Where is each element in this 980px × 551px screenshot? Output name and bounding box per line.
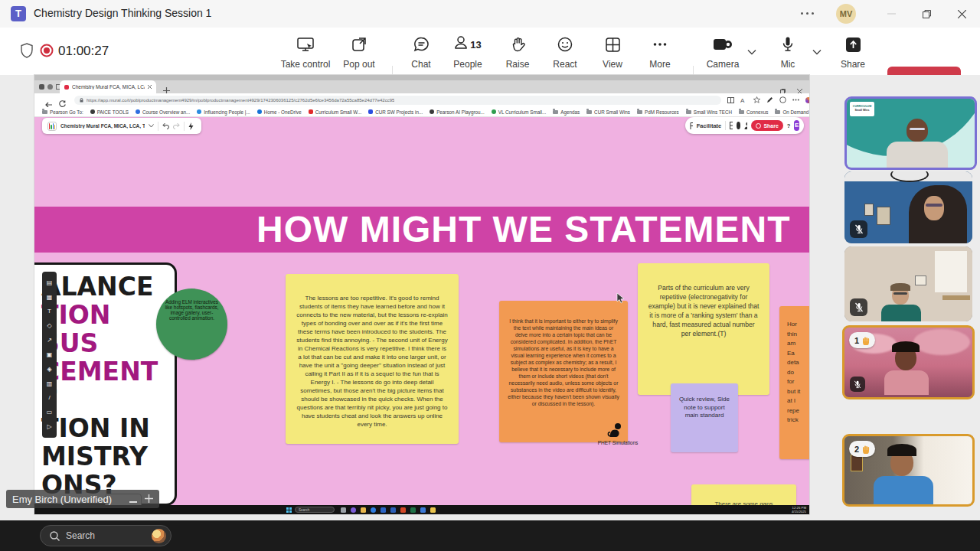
chevron-down-icon — [149, 124, 154, 128]
bookmark-item[interactable]: On Demand Courses — [775, 109, 809, 115]
raise-button[interactable]: Raise — [492, 34, 543, 70]
apps-grid-icon[interactable] — [730, 122, 733, 129]
react-button[interactable]: React — [540, 34, 590, 70]
grow-icon[interactable] — [145, 494, 153, 505]
shared-explorer-icon[interactable] — [361, 507, 366, 513]
browser-more-icon[interactable] — [792, 99, 799, 101]
video-tile[interactable] — [844, 171, 972, 243]
shared-edge-icon[interactable] — [371, 507, 376, 513]
sticky-note-yellow-lessons[interactable]: The lessons are too repetitive. It's goo… — [286, 274, 459, 444]
redo-icon[interactable] — [173, 122, 180, 129]
sticky-note-yellow-curriculum[interactable]: Parts of the curriculum are very repetit… — [638, 263, 769, 395]
quick-actions-icon[interactable] — [188, 122, 194, 130]
window-more-icon[interactable] — [801, 12, 814, 15]
facilitate-icon[interactable] — [690, 122, 693, 129]
shared-excel-icon[interactable] — [410, 507, 416, 513]
avatar[interactable]: MV — [836, 4, 856, 24]
read-aloud-icon[interactable]: A — [740, 97, 747, 103]
shared-taskview-icon[interactable] — [341, 507, 346, 513]
bookmark-item[interactable]: Pearson AI Playgrou... — [430, 109, 485, 115]
shared-powerpoint-icon[interactable] — [400, 507, 406, 513]
draw-icon[interactable]: / — [48, 394, 50, 401]
undo-icon[interactable] — [162, 122, 169, 129]
people-button[interactable]: 13 People — [443, 34, 493, 70]
timer-icon[interactable] — [737, 122, 740, 129]
templates-icon[interactable]: ▤ — [47, 279, 53, 286]
video-tile-hand-raised[interactable]: 2 — [842, 434, 975, 507]
shared-word-icon[interactable] — [390, 507, 396, 513]
area-icon[interactable]: ▭ — [47, 409, 53, 416]
tab-close-icon[interactable] — [148, 85, 152, 89]
text-tool-icon[interactable]: T — [47, 308, 51, 315]
view-button[interactable]: View — [587, 34, 638, 70]
media-icon[interactable]: ▷ — [47, 423, 51, 430]
shrink-icon[interactable] — [129, 494, 137, 505]
camera-chevron-icon[interactable] — [747, 44, 756, 58]
shared-copilot-icon[interactable] — [351, 507, 356, 513]
browser-profile-icon[interactable] — [39, 84, 44, 90]
bookmark-item[interactable]: Pearson Go To: — [42, 109, 83, 115]
taskbar-search[interactable]: Search — [40, 525, 172, 546]
sticky-note-orange-clipped[interactable]: Hor thin am Ea deta do for but it at l r… — [779, 306, 809, 459]
bookmark-item[interactable]: PAICE TOOLS — [90, 109, 129, 115]
pop-out-button[interactable]: Pop out — [334, 34, 384, 70]
help-button[interactable]: ? — [787, 122, 791, 129]
mural-board-menu[interactable]: Chemistry Mural FCA, MICA, LCA, TCAH [Cy… — [42, 118, 201, 134]
share-button[interactable]: Share — [828, 34, 878, 70]
bookmark-item[interactable]: Curriculum Small W... — [309, 109, 362, 115]
extensions-icon[interactable] — [779, 96, 786, 103]
sticky-note-purple[interactable]: Quick review, Side note to support main … — [671, 383, 738, 452]
minimize-button[interactable] — [874, 0, 908, 28]
shared-outlook-icon[interactable] — [381, 507, 386, 513]
video-tile[interactable] — [844, 246, 972, 321]
browser-tab[interactable]: Chemistry Mural FCA, MICA, LCA... — [60, 80, 156, 93]
close-button[interactable] — [945, 0, 978, 28]
mic-chevron-icon[interactable] — [812, 44, 822, 58]
bookmark-item[interactable]: Home - OneDrive — [257, 109, 302, 115]
facilitate-label[interactable]: Facilitate — [697, 122, 722, 129]
image-icon[interactable]: ▣ — [47, 351, 53, 358]
shared-start-icon[interactable] — [286, 507, 292, 513]
mural-share-button[interactable]: Share — [751, 120, 782, 131]
bookmark-item[interactable]: Connexus — [739, 109, 768, 115]
camera-button[interactable]: Camera — [697, 34, 748, 70]
mural-logo-icon — [47, 122, 57, 131]
sticky-note-green[interactable]: Adding ELM interactives like hotspots, f… — [156, 289, 227, 360]
bookmark-item[interactable]: Influencing People |... — [197, 109, 250, 115]
meeting-title: Chemistry Design Thinking Session 1 — [34, 7, 211, 19]
bookmark-item[interactable]: CUR Small Wins — [586, 109, 630, 115]
bookmark-item[interactable]: PdM Resources — [637, 109, 679, 115]
person-hair — [887, 444, 916, 456]
restore-button[interactable] — [910, 0, 943, 28]
frameworks-icon[interactable]: ◈ — [47, 366, 51, 373]
browser-workspaces-icon[interactable] — [47, 84, 53, 90]
browser-profile-orb[interactable] — [805, 97, 809, 103]
bookmark-item[interactable]: VL Curriculum Small... — [492, 109, 546, 115]
shapes-icon[interactable]: ◇ — [47, 322, 51, 329]
more-button[interactable]: More — [635, 34, 685, 70]
connector-icon[interactable]: ↗ — [47, 337, 52, 344]
video-tile-speaker[interactable]: CURRICULUM Small Wins — [844, 96, 977, 170]
edit-pen-icon[interactable] — [766, 96, 773, 103]
mural-tool-palette[interactable]: ▤ ▦ T ◇ ↗ ▣ ◈ ▥ / ▭ ▷ — [42, 272, 57, 438]
favorite-star-icon[interactable] — [753, 96, 760, 103]
participants-icon[interactable] — [744, 122, 747, 129]
bookmark-item[interactable]: Small Wins TECH — [686, 109, 732, 115]
shared-notepad-icon[interactable] — [430, 507, 436, 513]
take-control-button[interactable]: Take control — [280, 34, 331, 70]
bookmark-item[interactable]: Agendas — [553, 109, 580, 115]
mic-button[interactable]: Mic — [763, 34, 813, 70]
shared-teams-icon[interactable] — [420, 507, 426, 513]
split-screen-icon[interactable] — [727, 97, 734, 103]
table-icon[interactable]: ▥ — [47, 380, 53, 387]
mural-favicon — [64, 85, 69, 90]
shared-search-box[interactable]: Search — [295, 507, 335, 513]
mural-profile-avatar[interactable]: E — [794, 120, 799, 131]
video-tile-hand-raised[interactable]: 1 — [842, 325, 975, 399]
bookmark-item[interactable]: CUR SW Projects in... — [368, 109, 423, 115]
bookmark-item[interactable]: Course Overview an... — [136, 109, 190, 115]
sticky-note-yellow-gaps[interactable]: There are some gaps and assumptions abou… — [691, 484, 796, 505]
sticky-note-icon[interactable]: ▦ — [47, 294, 53, 301]
chat-button[interactable]: Chat — [396, 34, 446, 70]
url-field[interactable]: https://app.mural.co/t/poblproductmanage… — [74, 96, 721, 105]
